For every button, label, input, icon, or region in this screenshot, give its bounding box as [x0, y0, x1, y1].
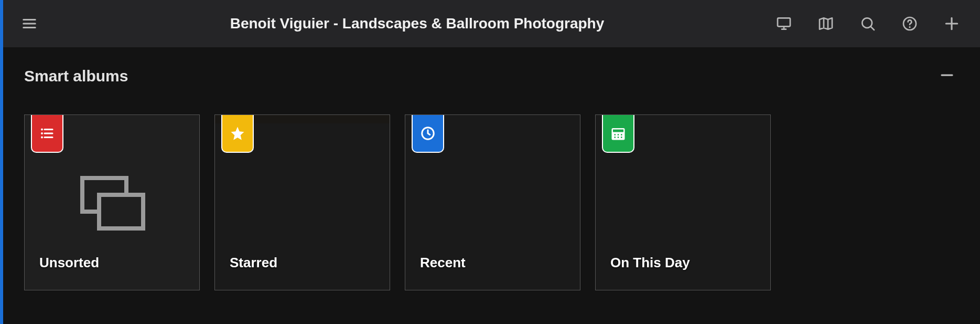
- map-icon: [817, 15, 834, 32]
- svg-point-3: [909, 26, 910, 28]
- display-button[interactable]: [772, 12, 795, 35]
- clock-icon: [420, 126, 436, 141]
- search-button[interactable]: [856, 12, 879, 35]
- menu-button[interactable]: [18, 12, 41, 35]
- album-label: Starred: [230, 255, 277, 271]
- section-header: Smart albums: [24, 63, 959, 89]
- album-badge: [221, 115, 254, 153]
- album-badge: [412, 115, 444, 153]
- album-label: Recent: [420, 255, 466, 271]
- album-recent[interactable]: Recent: [405, 114, 580, 290]
- svg-point-7: [41, 132, 43, 134]
- svg-rect-0: [778, 18, 790, 26]
- album-label: On This Day: [610, 255, 690, 271]
- list-icon: [39, 126, 55, 141]
- placeholder-stack-icon: [78, 174, 146, 232]
- svg-rect-5: [99, 195, 143, 228]
- album-label: Unsorted: [39, 255, 99, 271]
- search-icon: [859, 15, 876, 32]
- album-badge: [602, 115, 634, 153]
- collapse-section-button[interactable]: [935, 63, 959, 89]
- hamburger-icon: [21, 16, 37, 32]
- add-button[interactable]: [940, 12, 963, 35]
- svg-point-8: [41, 137, 43, 139]
- star-icon: [230, 126, 245, 141]
- calendar-icon: [610, 126, 626, 141]
- section-title: Smart albums: [24, 67, 128, 85]
- page-title: Benoit Viguier - Landscapes & Ballroom P…: [62, 15, 772, 32]
- content-area: Smart albums: [3, 47, 980, 324]
- plus-icon: [943, 15, 960, 32]
- minus-icon: [939, 67, 955, 83]
- top-actions: [772, 12, 963, 35]
- album-starred[interactable]: Starred: [214, 114, 390, 290]
- monitor-icon: [776, 15, 792, 32]
- album-on-this-day[interactable]: On This Day: [595, 114, 771, 290]
- svg-point-6: [41, 129, 43, 131]
- help-icon: [901, 15, 918, 32]
- album-badge: [31, 115, 63, 153]
- map-button[interactable]: [814, 12, 837, 35]
- album-grid: Unsorted Starred: [24, 114, 959, 290]
- album-unsorted[interactable]: Unsorted: [24, 114, 200, 290]
- help-button[interactable]: [898, 12, 921, 35]
- top-bar: Benoit Viguier - Landscapes & Ballroom P…: [3, 0, 980, 47]
